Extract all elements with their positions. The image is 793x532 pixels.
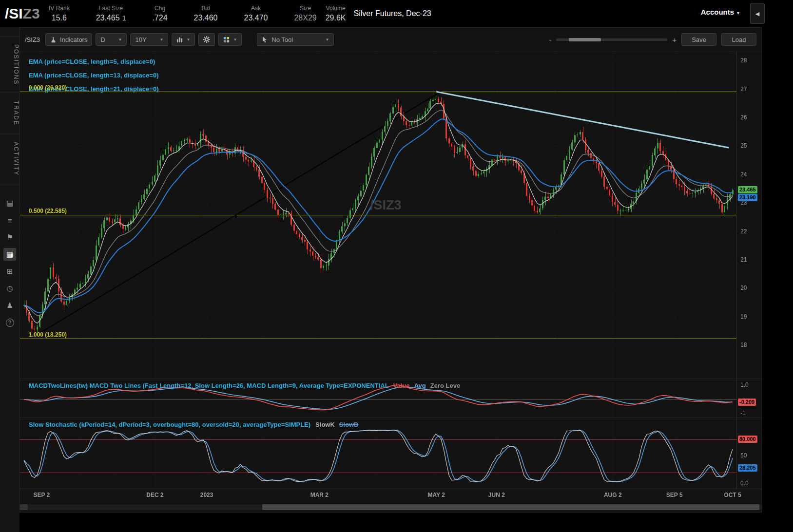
time-axis-label: JUN 2 bbox=[488, 492, 505, 498]
price-axis-tick: 18 bbox=[740, 342, 747, 349]
chevron-down-icon: ▼ bbox=[186, 38, 190, 42]
macd-axis-tick: 1.0 bbox=[740, 381, 749, 389]
price-axis-tick: 28 bbox=[740, 57, 747, 64]
last-price-bubble: 23.465 bbox=[738, 186, 757, 193]
sidebar-tab-trade[interactable]: TRADE bbox=[0, 93, 19, 134]
quote-field-ask: Ask 23.470 bbox=[244, 5, 268, 22]
chart-symbol-field[interactable]: /SIZ3 bbox=[25, 36, 40, 43]
field-label: Chg bbox=[155, 5, 165, 12]
stoch-axis-tick: 0.0 bbox=[740, 480, 749, 487]
symbol-watermark: /SIZ3 bbox=[370, 198, 402, 213]
time-axis-label: 2023 bbox=[200, 492, 213, 498]
accounts-dropdown[interactable]: Accounts▼ bbox=[701, 8, 740, 16]
scrollbar-thumb[interactable] bbox=[262, 504, 759, 510]
stochastic-panel: Slow Stochastic (kPeriod=14, dPeriod=3, … bbox=[20, 418, 762, 489]
history-clock-icon[interactable]: ◷ bbox=[3, 282, 16, 295]
price-axis: 181920212223242526272823.19023.465 bbox=[736, 52, 762, 379]
stoch-plot-surface[interactable] bbox=[20, 418, 736, 489]
price-axis-tick: 22 bbox=[740, 228, 747, 235]
chart-scrollbar[interactable] bbox=[20, 504, 762, 510]
sidebar-tab-activity[interactable]: ACTIVITY bbox=[0, 134, 19, 184]
quote-field-size: Size 28X29 bbox=[294, 5, 316, 22]
time-axis-label: MAY 2 bbox=[428, 492, 445, 498]
price-plot-surface[interactable] bbox=[20, 52, 736, 379]
field-value: .724 bbox=[152, 14, 167, 22]
chevron-down-icon: ▼ bbox=[736, 11, 740, 16]
zoom-controls: - + Save Load bbox=[549, 33, 756, 46]
scrollbar-left-stub[interactable] bbox=[20, 504, 28, 510]
sidebar-tab-positions[interactable]: POSITIONS bbox=[0, 36, 19, 93]
field-label: Ask bbox=[251, 5, 261, 12]
chevron-down-icon: ▼ bbox=[160, 38, 164, 42]
ema-price-bubble: 23.190 bbox=[738, 194, 757, 201]
field-label: Last Size bbox=[99, 5, 123, 12]
field-label: Volume bbox=[326, 5, 346, 12]
stoch-legend-slowd: SlowD bbox=[339, 421, 359, 428]
stoch-axis-tick: 50 bbox=[740, 452, 747, 459]
field-value: 29.6K bbox=[326, 14, 346, 22]
price-axis-tick: 27 bbox=[740, 86, 747, 93]
quote-field-iv-rank: IV Rank 15.6 bbox=[49, 5, 70, 22]
zoom-in-button[interactable]: + bbox=[672, 36, 677, 44]
save-button[interactable]: Save bbox=[681, 33, 716, 46]
charts-icon[interactable]: ▦ bbox=[3, 248, 16, 261]
zoom-slider-thumb[interactable] bbox=[569, 38, 601, 41]
fib-level-label-0[interactable]: 0.000 (26.920) bbox=[29, 84, 67, 91]
collapse-panel-button[interactable]: ◀ bbox=[750, 3, 765, 24]
time-axis-label: OCT 5 bbox=[724, 492, 741, 498]
macd-study-label[interactable]: MACDTwoLines(tw) MACD Two Lines (Fast Le… bbox=[29, 382, 460, 389]
macd-legend-avg: Avg bbox=[414, 382, 426, 389]
price-axis-tick: 25 bbox=[740, 142, 747, 150]
fib-level-label-2[interactable]: 1.000 (18.250) bbox=[29, 331, 67, 338]
zoom-out-button[interactable]: - bbox=[549, 36, 551, 44]
ema5-study-label[interactable]: EMA (price=CLOSE, length=5, displace=0) bbox=[29, 55, 158, 69]
macd-panel: MACDTwoLines(tw) MACD Two Lines (Fast Le… bbox=[20, 379, 762, 418]
layout-grid-icon bbox=[223, 37, 230, 43]
quote-field-bid: Bid 23.460 bbox=[194, 5, 218, 22]
stochastic-axis: 500.080.00028.205 bbox=[736, 418, 762, 489]
time-axis-label: SEP 5 bbox=[666, 492, 683, 498]
quote-field-last-size: Last Size 23.4651 bbox=[96, 5, 126, 22]
chart-settings-button[interactable] bbox=[198, 33, 215, 46]
watchlist-icon[interactable]: ≡ bbox=[3, 214, 16, 227]
price-axis-tick: 20 bbox=[740, 285, 747, 292]
price-axis-tick: 21 bbox=[740, 256, 747, 264]
grid-layout-icon[interactable]: ⊞ bbox=[3, 265, 16, 278]
aggregation-dropdown[interactable]: D▼ bbox=[96, 33, 127, 46]
marker-flag-icon[interactable]: ⚑ bbox=[3, 231, 16, 244]
chart-layout-dropdown[interactable]: ▼ bbox=[218, 33, 242, 46]
cursor-icon bbox=[262, 36, 268, 43]
drawing-tool-dropdown[interactable]: No Tool ▼ bbox=[257, 33, 334, 46]
macd-legend-value: Value bbox=[393, 382, 410, 389]
ask-price[interactable]: 23.470 bbox=[244, 14, 268, 22]
stoch-legend-slowk: SlowK bbox=[315, 421, 335, 428]
monitor-icon[interactable]: ▤ bbox=[3, 197, 16, 209]
community-icon[interactable]: ♟ bbox=[3, 299, 16, 312]
price-axis-tick: 19 bbox=[740, 313, 747, 321]
price-axis-tick: 26 bbox=[740, 114, 747, 121]
quote-field-volume: Volume 29.6K bbox=[326, 5, 346, 22]
beaker-icon bbox=[50, 37, 57, 43]
help-icon[interactable]: ? bbox=[3, 316, 16, 329]
chart-gadget: /SIZ3 Indicators D▼ 10Y▼ ▼ ▼ bbox=[19, 27, 762, 513]
zoom-slider[interactable] bbox=[556, 38, 667, 41]
ema13-study-label[interactable]: EMA (price=CLOSE, length=13, displace=0) bbox=[29, 69, 158, 82]
stochastic-study-label[interactable]: Slow Stochastic (kPeriod=14, dPeriod=3, … bbox=[29, 421, 359, 428]
gear-icon bbox=[203, 36, 210, 43]
field-label: IV Rank bbox=[49, 5, 70, 12]
macd-legend-zero: Zero Leve bbox=[430, 382, 460, 389]
chart-type-dropdown[interactable]: ▼ bbox=[172, 33, 195, 46]
instrument-title: Silver Futures, Dec-23 bbox=[354, 9, 431, 18]
quote-header: /SIZ3 IV Rank 15.6 Last Size 23.4651 Chg… bbox=[0, 0, 793, 27]
bid-price[interactable]: 23.460 bbox=[194, 14, 218, 22]
indicators-button[interactable]: Indicators bbox=[45, 33, 92, 46]
field-label: Size bbox=[300, 5, 311, 12]
fib-level-label-1[interactable]: 0.500 (22.585) bbox=[29, 208, 67, 214]
range-dropdown[interactable]: 10Y▼ bbox=[130, 33, 168, 46]
chevron-down-icon: ▼ bbox=[118, 38, 122, 42]
load-button[interactable]: Load bbox=[721, 33, 756, 46]
macd-axis: 1.0-1-0.209 bbox=[736, 379, 762, 418]
price-panel: EMA (price=CLOSE, length=5, displace=0) … bbox=[20, 51, 762, 379]
time-axis-label: AUG 2 bbox=[604, 492, 622, 498]
trading-app-window: /SIZ3 IV Rank 15.6 Last Size 23.4651 Chg… bbox=[0, 0, 793, 532]
